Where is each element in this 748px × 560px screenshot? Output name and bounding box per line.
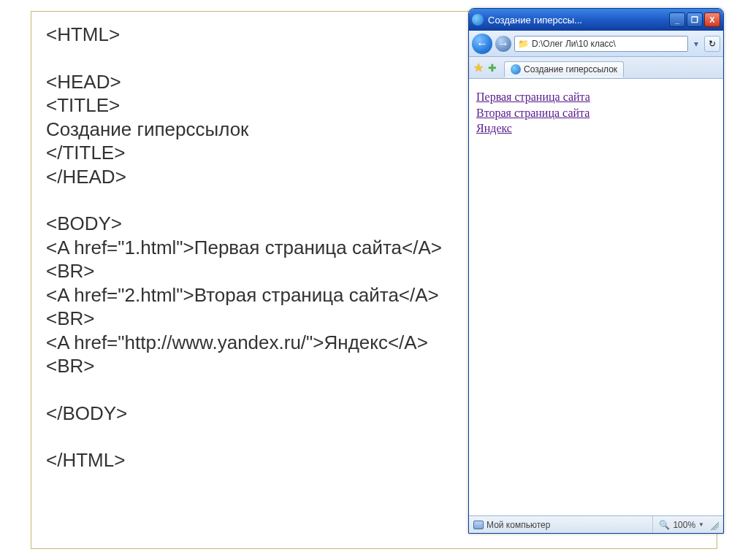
blank-line <box>46 378 455 402</box>
folder-icon: 📁 <box>518 39 529 49</box>
arrow-left-icon: ← <box>476 37 488 50</box>
close-button[interactable]: X <box>704 12 720 27</box>
blank-line <box>46 425 455 448</box>
minimize-button[interactable]: _ <box>669 12 685 27</box>
titlebar[interactable]: Создание гиперссы... _ ❐ X <box>469 9 723 31</box>
code-line: <A href="2.html">Вторая страница сайта</… <box>46 283 455 331</box>
slide-frame: <HTML> <HEAD> <TITLE> Создание гиперссыл… <box>31 11 717 549</box>
hyperlink-yandex[interactable]: Яндекс <box>476 120 716 137</box>
magnifier-icon: 🔍 <box>659 520 670 530</box>
forward-button[interactable]: → <box>495 36 511 52</box>
hyperlink-second-page[interactable]: Вторая страница сайта <box>476 105 716 121</box>
refresh-button[interactable]: ↻ <box>704 36 720 52</box>
back-button[interactable]: ← <box>472 34 492 54</box>
computer-icon <box>473 521 484 529</box>
code-line: <HTML> <box>46 23 455 47</box>
code-listing: <HTML> <HEAD> <TITLE> Создание гиперссыл… <box>46 23 455 472</box>
code-line: <A href="1.html">Первая страница сайта</… <box>46 236 455 283</box>
window-buttons: _ ❐ X <box>669 12 720 27</box>
arrow-right-icon: → <box>497 37 509 50</box>
ie-window: Создание гиперссы... _ ❐ X ← → 📁 D:\Олег… <box>468 8 724 534</box>
maximize-button[interactable]: ❐ <box>687 12 703 27</box>
code-line: </TITLE> <box>46 141 455 165</box>
code-line: <TITLE> <box>46 93 455 118</box>
tab-label: Создание гиперссылок <box>524 64 617 74</box>
address-bar[interactable]: 📁 D:\Олег Ли\10 класс\ <box>514 36 688 52</box>
code-line: <HEAD> <box>46 70 455 94</box>
status-zone-label: Мой компьютер <box>473 516 550 533</box>
browser-tab[interactable]: Создание гиперссылок <box>504 61 624 77</box>
page-content: Первая страница сайта Вторая страница са… <box>469 79 723 510</box>
blank-line <box>46 47 455 70</box>
refresh-icon: ↻ <box>709 39 716 49</box>
blank-line <box>46 188 455 212</box>
code-line: <A href="http://www.yandex.ru/">Яндекс</… <box>46 331 455 378</box>
add-favorite-icon[interactable]: ✚ <box>488 62 497 74</box>
code-line: <BODY> <box>46 212 455 236</box>
ie-logo-icon <box>472 14 484 26</box>
code-line: </HEAD> <box>46 165 455 189</box>
zoom-dropdown-icon: ▼ <box>698 521 704 528</box>
address-text: D:\Олег Ли\10 класс\ <box>532 39 616 49</box>
window-title: Создание гиперссы... <box>488 15 669 26</box>
code-line: Создание гиперссылок <box>46 118 455 142</box>
resize-grip-icon[interactable] <box>709 520 719 530</box>
favorites-bar: ★ ✚ Создание гиперссылок <box>469 57 723 79</box>
zoom-control[interactable]: 🔍 100% ▼ <box>652 516 704 533</box>
ie-favicon-icon <box>511 64 521 74</box>
code-line: </BODY> <box>46 402 455 426</box>
hyperlink-first-page[interactable]: Первая страница сайта <box>476 89 716 105</box>
zoom-value: 100% <box>673 520 695 530</box>
status-bar: Мой компьютер 🔍 100% ▼ <box>469 515 723 533</box>
address-dropdown[interactable]: ▾ <box>691 39 701 49</box>
status-text: Мой компьютер <box>486 520 550 530</box>
favorites-star-icon[interactable]: ★ <box>473 61 484 74</box>
code-line: </HTML> <box>46 448 455 472</box>
nav-toolbar: ← → 📁 D:\Олег Ли\10 класс\ ▾ ↻ <box>469 31 723 57</box>
